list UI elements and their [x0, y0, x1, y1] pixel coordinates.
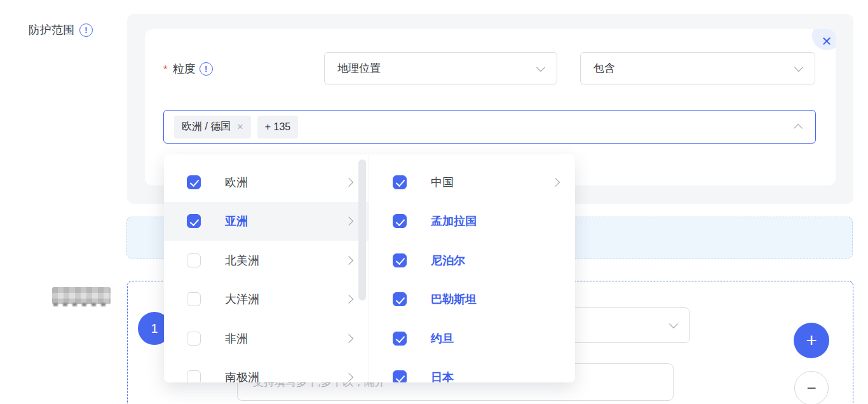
- cascader-item-country[interactable]: 中国: [369, 163, 575, 202]
- checkbox-checked-icon[interactable]: [393, 253, 407, 267]
- cascader-item-continent[interactable]: 欧洲: [164, 163, 369, 202]
- granularity-info-icon[interactable]: !: [200, 62, 213, 76]
- location-cascader-dropdown: 欧洲 亚洲 北美洲 大洋洲 非洲 南极洲: [164, 154, 575, 382]
- operator-select-value: 包含: [593, 61, 615, 76]
- cascader-item-label: 大洋洲: [225, 292, 346, 307]
- checkbox-checked-icon[interactable]: [187, 175, 201, 189]
- granularity-label-row: * 粒度 !: [163, 61, 213, 76]
- close-icon: ✕: [822, 34, 832, 49]
- cascader-continent-column: 欧洲 亚洲 北美洲 大洋洲 非洲 南极洲: [164, 154, 369, 382]
- cascader-item-label: 日本: [431, 370, 559, 382]
- remove-rule-button[interactable]: −: [794, 371, 829, 404]
- cascader-item-country[interactable]: 约旦: [369, 319, 575, 358]
- chevron-right-icon: [344, 295, 353, 304]
- checkbox-unchecked-icon[interactable]: [187, 292, 201, 306]
- checkbox-checked-icon[interactable]: [393, 175, 407, 189]
- checkbox-checked-icon[interactable]: [393, 332, 407, 346]
- chevron-right-icon: [344, 256, 353, 265]
- checkbox-checked-icon[interactable]: [393, 214, 407, 228]
- cascader-item-label: 非洲: [225, 331, 346, 346]
- cascader-item-country[interactable]: 尼泊尔: [369, 241, 575, 280]
- chevron-down-icon: [669, 320, 678, 328]
- redacted-label: [52, 287, 111, 304]
- cascader-item-country[interactable]: 日本: [369, 358, 575, 383]
- cascader-item-country[interactable]: 孟加拉国: [369, 202, 575, 241]
- chevron-right-icon: [551, 178, 560, 187]
- dimension-select[interactable]: 地理位置: [324, 52, 557, 84]
- checkbox-checked-icon[interactable]: [393, 292, 407, 306]
- dimension-select-value: 地理位置: [337, 61, 381, 76]
- cascader-item-label: 尼泊尔: [431, 253, 559, 268]
- close-button[interactable]: ✕: [812, 29, 836, 50]
- cascader-item-label: 欧洲: [225, 175, 346, 190]
- cascader-item-label: 中国: [431, 175, 552, 190]
- scope-label-row: 防护范围 !: [29, 22, 93, 37]
- cascader-item-continent[interactable]: 非洲: [164, 319, 369, 358]
- tag-remove-icon[interactable]: ×: [237, 121, 243, 133]
- selected-tag-label: 欧洲 / 德国: [182, 120, 231, 133]
- cascader-country-column: 中国 孟加拉国 尼泊尔 巴勒斯坦 约旦 日本: [369, 154, 575, 382]
- chevron-down-icon: [794, 62, 803, 71]
- checkbox-unchecked-icon[interactable]: [187, 253, 201, 267]
- cascader-item-continent[interactable]: 亚洲: [164, 202, 369, 241]
- checkbox-checked-icon[interactable]: [393, 370, 407, 382]
- scrollbar-thumb[interactable]: [358, 159, 366, 300]
- scope-label: 防护范围: [29, 22, 74, 37]
- chevron-down-icon: [536, 62, 545, 71]
- required-mark: *: [163, 64, 168, 76]
- overflow-tag: + 135: [257, 116, 298, 138]
- add-rule-button[interactable]: +: [794, 323, 829, 358]
- cascader-item-continent[interactable]: 北美洲: [164, 241, 369, 280]
- cascader-item-country[interactable]: 巴勒斯坦: [369, 280, 575, 320]
- operator-select[interactable]: 包含: [580, 52, 815, 84]
- cascader-item-label: 约旦: [431, 331, 559, 346]
- cascader-item-label: 孟加拉国: [431, 213, 559, 229]
- chevron-right-icon: [344, 334, 353, 343]
- granularity-label: 粒度: [173, 61, 196, 76]
- location-tag-input[interactable]: 欧洲 / 德国 × + 135: [163, 110, 816, 144]
- checkbox-unchecked-icon[interactable]: [187, 332, 201, 346]
- selected-tag: 欧洲 / 德国 ×: [174, 116, 251, 138]
- cascader-item-continent[interactable]: 大洋洲: [164, 280, 369, 320]
- chevron-right-icon: [344, 373, 353, 382]
- cascader-item-label: 巴勒斯坦: [431, 292, 559, 307]
- chevron-right-icon: [344, 178, 353, 187]
- checkbox-unchecked-icon[interactable]: [187, 370, 201, 382]
- cascader-item-continent[interactable]: 南极洲: [164, 358, 369, 383]
- cascader-item-label: 北美洲: [225, 253, 346, 268]
- chevron-up-icon: [794, 124, 803, 133]
- cascader-item-label: 亚洲: [225, 213, 346, 229]
- chevron-right-icon: [344, 217, 353, 226]
- cascader-item-label: 南极洲: [225, 370, 346, 382]
- info-icon[interactable]: !: [79, 24, 93, 37]
- checkbox-checked-icon[interactable]: [187, 214, 201, 228]
